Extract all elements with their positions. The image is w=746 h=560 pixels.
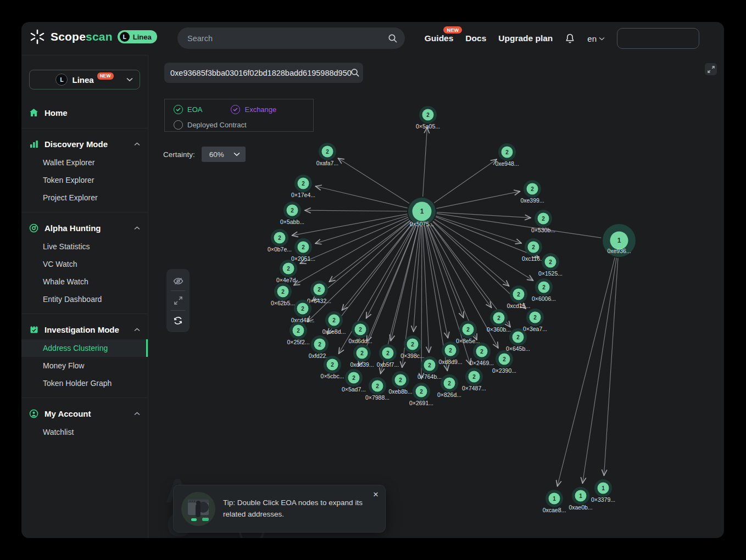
graph-node[interactable]: 20×5ad7... [342, 369, 366, 393]
graph-node[interactable]: 20×5cbc... [321, 356, 344, 379]
graph-node[interactable]: 20×398c... [400, 335, 425, 359]
graph-node[interactable]: 20×25f2... [287, 322, 309, 345]
graph-node[interactable]: 20×3ea7... [523, 309, 547, 332]
hide-labels-button[interactable] [166, 271, 190, 290]
refresh-graph-button[interactable] [166, 311, 190, 330]
connect-wallet-button[interactable] [617, 28, 699, 49]
sidebar-item-whale-watch[interactable]: Whale Watch [21, 273, 148, 290]
nav-guides[interactable]: Guides NEW [425, 33, 454, 43]
graph-node[interactable]: 20×2691... [409, 383, 433, 406]
sidebar-item-home[interactable]: Home [21, 103, 148, 122]
sidebar-item-money-flow[interactable]: Money Flow [21, 357, 148, 374]
graph-edge [292, 214, 408, 236]
graph-node[interactable]: 20xc116... [522, 238, 545, 262]
graph-node[interactable]: 20×2390... [492, 350, 516, 374]
sidebar-item-vc-watch[interactable]: VC Watch [21, 255, 148, 273]
graph-node[interactable]: 20xeb8b... [388, 371, 412, 395]
sidebar-item-live-statistics[interactable]: Live Statistics [21, 238, 148, 255]
graph-edge-arrowhead [444, 366, 447, 371]
graph-node[interactable]: 20×17e4... [291, 175, 315, 198]
sidebar-item-token-explorer[interactable]: Token Explorer [21, 171, 148, 189]
graph-node[interactable]: 10xae0b... [569, 487, 592, 511]
graph-node-label: 0×6432... [307, 298, 331, 304]
sidebar-item-address-clustering[interactable]: Address Clustering [21, 339, 148, 357]
graph-node[interactable]: 20xfd22... [309, 335, 331, 359]
graph-node-label: 0×7988... [365, 394, 389, 401]
linea-icon: L [120, 32, 130, 42]
certainty-select[interactable]: 60% [202, 147, 246, 162]
language-selector[interactable]: en [587, 34, 605, 43]
close-icon[interactable]: × [373, 490, 378, 499]
graph-node[interactable]: 20xafa7... [316, 143, 338, 166]
graph-node-label: 0×7487... [462, 385, 486, 391]
graph-node[interactable]: 10×5075... [408, 198, 436, 227]
graph-node[interactable]: 20×0b7e... [268, 229, 292, 253]
graph-node[interactable]: 20xe948... [495, 143, 519, 167]
graph-node[interactable]: 20xce8d... [322, 311, 346, 335]
graph-node[interactable]: 20×6432... [307, 281, 331, 304]
graph-node-count: 2 [542, 216, 545, 222]
eye-off-icon [173, 277, 183, 285]
notifications-bell-icon[interactable] [565, 33, 575, 44]
graph-node[interactable]: 20×8e5e... [456, 321, 480, 344]
graph-node[interactable]: 20×530b... [531, 210, 555, 233]
tip-toast: Tip: Double Click EOA nodes to expand it… [173, 485, 386, 533]
filter-deployed-contract[interactable]: Deployed Contract [174, 120, 247, 130]
filter-exchange[interactable]: Exchange [231, 105, 276, 114]
graph-edge-arrowhead [459, 313, 464, 318]
sidebar-item-wallet-explorer[interactable]: Wallet Explorer [21, 154, 148, 171]
nav-upgrade-plan[interactable]: Upgrade plan [498, 33, 553, 43]
graph-edge-arrowhead [366, 312, 367, 318]
graph-node[interactable]: 10xcae8... [543, 490, 566, 513]
chain-badge: L Linea [118, 30, 157, 43]
graph-node[interactable]: 10×3379... [591, 479, 615, 503]
chain-selector[interactable]: L Linea NEW [29, 70, 140, 89]
graph-node[interactable]: 20×5abb... [280, 201, 304, 225]
graph-node[interactable]: 20×5a05... [416, 106, 440, 130]
global-search[interactable] [177, 27, 405, 49]
graph-node[interactable]: 20×2469... [470, 343, 494, 366]
graph-node-count: 2 [302, 181, 305, 187]
sidebar-item-watchlist[interactable]: Watchlist [21, 423, 148, 441]
graph-node[interactable]: 20xdd39... [350, 344, 374, 368]
nav-docs[interactable]: Docs [465, 33, 486, 43]
graph-node[interactable]: 20×7487... [462, 368, 486, 391]
graph-node[interactable]: 20×360b... [487, 309, 511, 333]
sidebar-group-my-account[interactable]: My Account [21, 404, 148, 423]
graph-node[interactable]: 20xd6dd... [348, 321, 372, 344]
graph-node[interactable]: 10xe936... [603, 224, 636, 257]
graph-edge-arrowhead [582, 478, 586, 483]
graph-node[interactable]: 20xd8d9... [438, 341, 462, 365]
sidebar-item-entity-dashboard[interactable]: Entity Dashboard [21, 290, 148, 308]
sidebar-item-project-explorer[interactable]: Project Explorer [21, 189, 148, 206]
expand-graph-button[interactable] [166, 291, 190, 310]
graph-node[interactable]: 20×2051... [291, 238, 315, 262]
new-badge: NEW [443, 26, 462, 33]
graph-node-count: 2 [503, 356, 506, 362]
graph-node[interactable]: 20xcd15... [507, 285, 531, 309]
filter-eoa[interactable]: EOA [174, 105, 202, 114]
sidebar-group-discovery-mode[interactable]: Discovery Mode [21, 134, 148, 154]
sidebar-group-investigation-mode[interactable]: Investigation Mode [21, 320, 148, 339]
fullscreen-button[interactable] [705, 63, 717, 75]
address-input[interactable] [164, 69, 361, 77]
graph-node[interactable]: 20xe399... [520, 180, 544, 204]
graph-edge-arrowhead [604, 470, 606, 475]
graph-edge-arrowhead [315, 243, 321, 244]
graph-edge-arrowhead [338, 158, 344, 159]
graph-edge-arrowhead [380, 368, 381, 374]
graph-node[interactable]: 20×4e7d... [276, 260, 300, 283]
graph-node-count: 2 [360, 350, 364, 356]
sidebar-group-alpha-hunting[interactable]: Alpha Hunting [21, 218, 148, 238]
graph-node[interactable]: 20xb5f7... [377, 344, 399, 368]
graph-edge [329, 220, 410, 282]
search-input[interactable] [177, 34, 388, 43]
address-search-box[interactable] [164, 63, 363, 83]
graph-node[interactable]: 20×7988... [365, 377, 389, 401]
graph-edge-arrowhead [486, 305, 492, 308]
sidebar-item-token-holder-graph[interactable]: Token Holder Graph [21, 374, 148, 392]
graph-node[interactable]: 20×62b5... [271, 283, 295, 306]
fullscreen-icon [708, 66, 715, 73]
graph-node[interactable]: 20×6006... [532, 278, 556, 302]
divider [21, 397, 148, 398]
